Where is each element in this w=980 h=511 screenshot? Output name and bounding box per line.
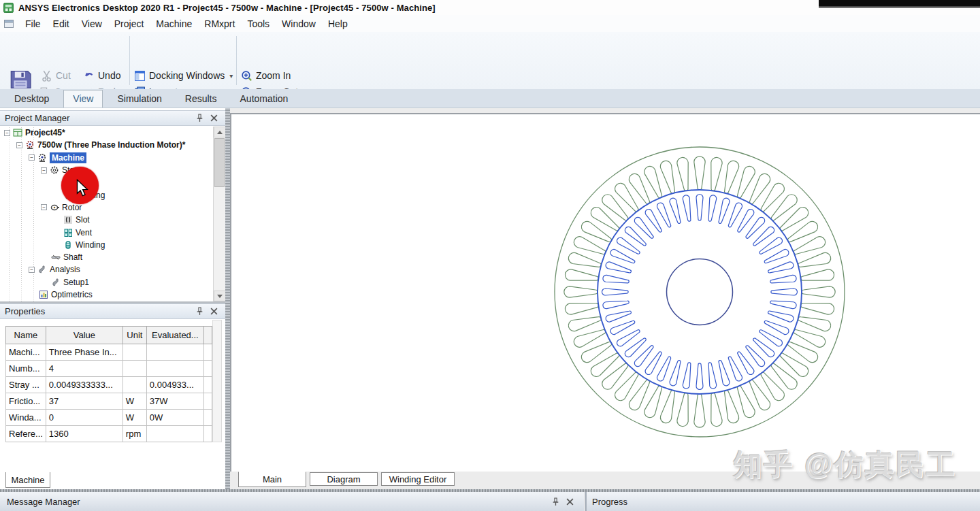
property-row[interactable]: Winda...0W0W [6, 410, 212, 426]
undo-button[interactable]: Undo [83, 68, 120, 83]
stator-slot [659, 159, 679, 195]
ribbon-tab-results[interactable]: Results [176, 90, 226, 108]
zoom-in-button[interactable]: Zoom In [241, 68, 291, 83]
tree-item-slot[interactable]: Slot [0, 176, 213, 188]
menu-project[interactable]: Project [108, 17, 150, 31]
tree-item-label: Winding [76, 240, 105, 250]
modeler-area: MainDiagramWinding Editor [230, 108, 980, 489]
view-tab-winding-editor[interactable]: Winding Editor [381, 472, 455, 486]
menu-file[interactable]: File [19, 17, 47, 31]
close-icon[interactable] [210, 307, 218, 316]
tree-item-label: Setup1 [63, 278, 89, 287]
tree-item-winding[interactable]: Winding [0, 188, 213, 201]
rotor-slot [683, 195, 693, 222]
close-icon[interactable] [210, 114, 218, 122]
docking-windows-icon [134, 70, 146, 82]
property-row[interactable]: Stray ...0.0049333333...0.004933... [6, 377, 212, 393]
docking-windows-button[interactable]: Docking Windows ▾ [134, 68, 233, 83]
ribbon-tab-simulation[interactable]: Simulation [108, 90, 170, 108]
stator-slot [600, 192, 631, 223]
project-icon [13, 128, 22, 137]
stator-slot [777, 350, 811, 379]
scroll-down-arrow-icon[interactable] [214, 291, 226, 301]
vertical-splitter[interactable] [225, 108, 230, 489]
menu-help[interactable]: Help [322, 17, 354, 31]
tree-item-rotor[interactable]: −Rotor [0, 201, 213, 214]
ribbon-tab-desktop[interactable]: Desktop [5, 90, 58, 108]
stator-slot [572, 326, 608, 349]
pin-icon[interactable] [195, 307, 204, 316]
tree-item-stator[interactable]: −Stator [0, 164, 213, 176]
expander-minus-icon[interactable]: − [41, 167, 47, 174]
column-header-extra [203, 327, 212, 344]
tree-item-optimetrics[interactable]: Optimetrics [0, 289, 213, 301]
model-view[interactable] [230, 113, 980, 472]
pin-icon[interactable] [551, 497, 560, 506]
ribbon-tab-automation[interactable]: Automation [231, 90, 297, 108]
ribbon-tab-view[interactable]: View [63, 90, 103, 108]
machine-tab-label: Machine [11, 475, 44, 485]
properties-scroll-track[interactable] [212, 320, 222, 442]
scroll-up-arrow-icon[interactable] [214, 127, 226, 137]
menu-rmxprt[interactable]: RMxprt [198, 17, 241, 31]
tree-item-label: Rotor [62, 203, 82, 212]
progress-panel: Progress [587, 492, 980, 511]
property-cell: 37 [46, 393, 122, 410]
menu-tools[interactable]: Tools [241, 17, 276, 31]
close-icon[interactable] [566, 497, 574, 506]
rotor-slot [605, 309, 632, 323]
property-row[interactable]: Refere...1360rpm [6, 426, 212, 442]
setup-icon [51, 278, 61, 287]
stator-slot [768, 192, 799, 223]
property-cell [203, 344, 212, 361]
stator-slot [802, 286, 835, 297]
properties-machine-tab[interactable]: Machine [5, 472, 50, 488]
project-tree-scrollbar[interactable] [213, 127, 225, 301]
property-row[interactable]: Frictio...37W37W [6, 393, 212, 410]
stator-slot [642, 384, 666, 419]
tree-item-7500w-three-phase-induction-motor[interactable]: −7500w (Three Phase Induction Motor)* [0, 139, 213, 151]
tree-item-setup1[interactable]: Setup1 [0, 276, 213, 289]
tree-item-label: Project45* [25, 128, 65, 137]
mdi-child-icon[interactable] [4, 20, 14, 28]
property-cell [122, 377, 146, 393]
view-tab-diagram[interactable]: Diagram [310, 472, 378, 486]
expander-minus-icon[interactable]: − [29, 267, 35, 273]
property-cell [146, 426, 203, 442]
cut-button[interactable]: Cut [41, 68, 71, 83]
ansys-electronics-desktop-window: ANSYS Electronics Desktop 2020 R1 - Proj… [0, 0, 980, 511]
stator-slot [785, 338, 820, 365]
tree-item-analysis[interactable]: −Analysis [0, 263, 213, 276]
rotor-slot [767, 309, 794, 323]
expander-minus-icon[interactable]: − [16, 142, 22, 148]
property-cell: 4 [46, 361, 122, 377]
expander-minus-icon[interactable]: − [29, 154, 35, 161]
menu-view[interactable]: View [76, 17, 108, 31]
property-row[interactable]: Machi...Three Phase In... [6, 344, 212, 361]
machine-doc-icon [25, 140, 35, 150]
rotor-slot [758, 236, 784, 256]
tree-item-machine[interactable]: −Machine [0, 152, 213, 164]
column-header-unit: Unit [122, 327, 146, 344]
pin-icon[interactable] [195, 114, 204, 122]
tree-item-winding[interactable]: Winding [0, 239, 213, 251]
expander-minus-icon[interactable]: − [41, 204, 47, 210]
message-manager-title: Message Manager [7, 497, 551, 507]
stator-slot [642, 165, 666, 200]
scrollbar-thumb[interactable] [214, 138, 225, 187]
stator-slot [768, 360, 799, 391]
property-row[interactable]: Numb...4 [6, 361, 212, 377]
stator-slot [746, 378, 772, 412]
property-cell: 0W [146, 410, 203, 426]
tree-item-vent[interactable]: Vent [0, 226, 213, 238]
view-tab-main[interactable]: Main [238, 472, 306, 487]
tree-item-slot[interactable]: Slot [0, 214, 213, 226]
tree-item-project45[interactable]: −Project45* [0, 127, 213, 139]
properties-header: Properties [0, 303, 225, 319]
property-cell: Three Phase In... [46, 344, 122, 361]
tree-item-shaft[interactable]: Shaft [0, 251, 213, 263]
expander-minus-icon[interactable]: − [4, 130, 10, 136]
menu-window[interactable]: Window [276, 17, 322, 31]
menu-machine[interactable]: Machine [150, 17, 198, 31]
menu-edit[interactable]: Edit [47, 17, 76, 31]
